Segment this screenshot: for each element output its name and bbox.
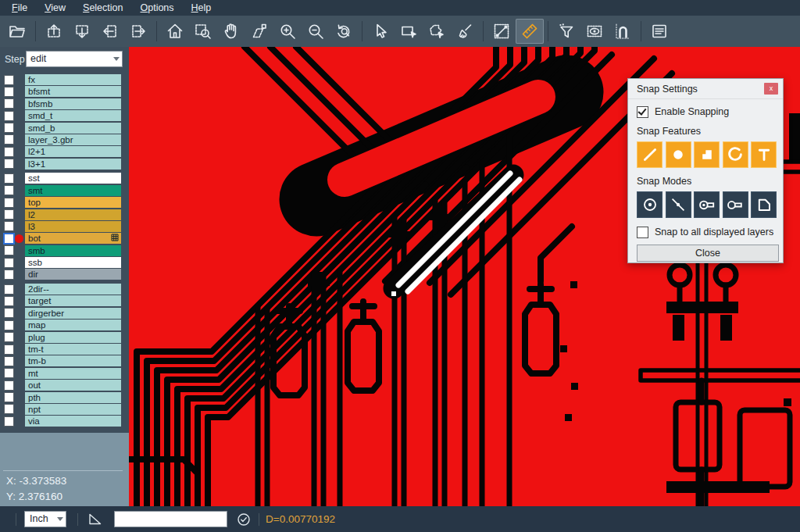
snap-mode-center-button[interactable]	[637, 191, 662, 218]
layer-label[interactable]: map	[25, 320, 121, 330]
layer-label[interactable]: l2+1	[25, 146, 121, 157]
layer-label[interactable]: smd_b	[25, 123, 121, 134]
layer-label[interactable]: 2dir--	[25, 284, 121, 295]
menu-options[interactable]: Options	[131, 0, 182, 16]
measure-input[interactable]	[114, 511, 227, 527]
layer-label[interactable]: ssb	[25, 257, 121, 268]
snap-settings-button[interactable]	[609, 19, 637, 44]
layer-row[interactable]: tm-t	[0, 344, 129, 355]
layer-visibility-checkbox[interactable]	[4, 270, 14, 280]
layer-label[interactable]: dirgerber	[25, 308, 121, 319]
layer-visibility-checkbox[interactable]	[4, 380, 14, 391]
measure-ruler-button[interactable]	[516, 19, 544, 44]
layer-visibility-checkbox[interactable]	[4, 345, 14, 355]
layer-row[interactable]: dirgerber	[0, 308, 129, 319]
layer-label[interactable]: smd_t	[25, 110, 121, 121]
select-rectangle-button[interactable]	[395, 19, 423, 44]
layer-visibility-checkbox[interactable]	[4, 296, 14, 306]
layer-row[interactable]: bot	[0, 233, 129, 244]
menu-help[interactable]: Help	[183, 0, 220, 16]
refresh-measure-button[interactable]	[237, 512, 251, 527]
snap-feature-line-button[interactable]	[637, 141, 662, 168]
layer-visibility-checkbox[interactable]	[4, 416, 14, 427]
layer-label[interactable]: layer_3.gbr	[25, 134, 121, 145]
layer-visibility-checkbox[interactable]	[4, 185, 14, 195]
zoom-area-button[interactable]	[245, 19, 273, 44]
layer-row[interactable]: l3	[0, 221, 129, 232]
layer-visibility-checkbox[interactable]	[3, 233, 15, 245]
layer-visibility-checkbox[interactable]	[4, 134, 14, 145]
layer-label[interactable]: npt	[25, 404, 121, 415]
layer-row[interactable]: pth	[0, 392, 129, 403]
close-icon[interactable]: x	[764, 83, 778, 95]
zoom-out-button[interactable]	[302, 19, 330, 44]
layer-label[interactable]: sst	[25, 173, 121, 184]
layer-row[interactable]: via	[0, 416, 129, 427]
layer-row[interactable]: dir	[0, 269, 129, 280]
pan-up-button[interactable]	[40, 19, 68, 44]
snap-mode-pad-filled-button[interactable]	[694, 191, 720, 218]
layer-visibility-checkbox[interactable]	[4, 308, 14, 318]
close-button[interactable]: Close	[637, 245, 779, 262]
layer-row[interactable]: mt	[0, 368, 129, 379]
layer-row[interactable]: top	[0, 197, 129, 208]
layer-row[interactable]: tm-b	[0, 355, 129, 366]
layer-row[interactable]: fx	[0, 74, 129, 85]
layer-row[interactable]: target	[0, 295, 129, 306]
layer-visibility-checkbox[interactable]	[4, 258, 14, 268]
snap-feature-arc-button[interactable]	[723, 141, 748, 168]
layer-row[interactable]: bfsmb	[0, 98, 129, 109]
enable-snapping-checkbox[interactable]	[637, 106, 648, 118]
layer-visibility-checkbox[interactable]	[4, 368, 14, 378]
layer-visibility-checkbox[interactable]	[4, 320, 14, 330]
zoom-home-button[interactable]	[161, 19, 189, 44]
layer-row[interactable]: layer_3.gbr	[0, 134, 129, 145]
snap-mode-midpoint-button[interactable]	[666, 191, 691, 218]
units-combobox[interactable]: Inch	[24, 511, 66, 527]
layer-panel-button[interactable]	[645, 19, 673, 44]
layer-label[interactable]: bfsmt	[25, 86, 121, 97]
layer-visibility-checkbox[interactable]	[4, 392, 14, 402]
select-polygon-button[interactable]	[423, 19, 451, 44]
layer-row[interactable]: plug	[0, 332, 129, 343]
layer-visibility-checkbox[interactable]	[4, 111, 14, 121]
select-cursor-button[interactable]	[366, 19, 395, 44]
layer-row[interactable]: smd_t	[0, 110, 129, 121]
layer-visibility-checkbox[interactable]	[4, 147, 14, 157]
layer-row[interactable]: smt	[0, 185, 129, 196]
layer-row[interactable]: npt	[0, 404, 129, 415]
clear-highlight-button[interactable]	[451, 19, 479, 44]
layer-label[interactable]: top	[25, 197, 121, 208]
layer-visibility-checkbox[interactable]	[4, 245, 14, 255]
layer-row[interactable]: map	[0, 320, 129, 330]
snap-all-checkbox[interactable]	[637, 227, 648, 238]
layer-visibility-checkbox[interactable]	[4, 98, 14, 109]
open-button[interactable]	[3, 19, 31, 44]
layer-row[interactable]: smd_b	[0, 123, 129, 134]
snap-feature-circle-button[interactable]	[666, 141, 691, 168]
show-hide-button[interactable]	[580, 19, 609, 44]
layer-visibility-checkbox[interactable]	[4, 75, 14, 85]
layer-row[interactable]: l2+1	[0, 146, 129, 157]
layer-label[interactable]: fx	[25, 74, 121, 85]
pan-hand-button[interactable]	[217, 19, 245, 44]
layer-visibility-checkbox[interactable]	[4, 332, 14, 342]
layer-label[interactable]: pth	[25, 392, 121, 403]
layer-label[interactable]: out	[25, 380, 121, 391]
snap-mode-pad-outline-button[interactable]	[723, 191, 748, 218]
layer-visibility-checkbox[interactable]	[4, 404, 14, 414]
layer-visibility-checkbox[interactable]	[4, 209, 14, 220]
layer-visibility-checkbox[interactable]	[4, 159, 14, 169]
snap-feature-surface-button[interactable]	[694, 141, 720, 168]
layer-visibility-checkbox[interactable]	[4, 198, 14, 208]
pcb-canvas[interactable]: Snap Settings x Enable Snapping Snap Fea…	[129, 47, 800, 506]
layer-label[interactable]: smb	[25, 245, 121, 256]
layer-row[interactable]: ssb	[0, 257, 129, 268]
layer-row[interactable]: 2dir--	[0, 284, 129, 295]
layer-visibility-checkbox[interactable]	[4, 221, 14, 231]
layer-row[interactable]: l3+1	[0, 159, 129, 170]
layer-label[interactable]: smt	[25, 185, 121, 196]
menu-file[interactable]: File	[3, 0, 36, 16]
layer-visibility-checkbox[interactable]	[4, 173, 14, 184]
zoom-previous-button[interactable]	[330, 19, 358, 44]
